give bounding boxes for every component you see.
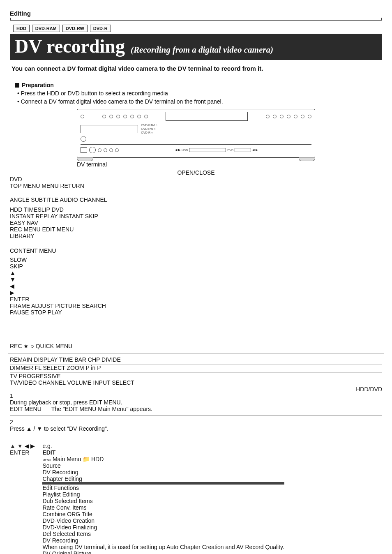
device-small-circle [130, 115, 134, 118]
remote-label-rec-menu: REC MENU [10, 226, 41, 233]
remote-label-return: RETURN [60, 182, 84, 189]
device-small-circle [308, 115, 311, 118]
osd-orig-picture-label: DV Original Picture [42, 550, 91, 554]
remote-button-pause [10, 316, 19, 325]
device-small-circle [287, 115, 291, 118]
badge-hdd: HDD [13, 25, 30, 32]
arrow-right-icon: ▶ [10, 289, 382, 296]
intro-text: You can connect a DV format digital vide… [12, 65, 380, 72]
device-small-circle [102, 115, 106, 118]
steps-panel: 1 During playback or stop, press EDIT ME… [10, 392, 382, 554]
osd-side-header2: Edit Functions [42, 485, 284, 491]
lcd-bar-right [235, 148, 251, 152]
panel-button-icon [104, 148, 107, 152]
remote-caption: HDD/DVD [356, 386, 382, 392]
remote-label-timeslip: TIMESLIP [24, 206, 50, 213]
dv-port-icon [81, 147, 87, 153]
badge-dvd-r: DVD-R [90, 25, 111, 32]
step1-title: During playback or stop, press EDIT MENU… [10, 399, 382, 406]
device-small-circle [144, 115, 148, 118]
device-small-circle [280, 115, 284, 118]
device-front-panel: DVD-RAM ○ DVD-RW ○ DVD-R ○ ◀▶ HDD [77, 109, 315, 158]
square-bullet-icon [15, 83, 19, 88]
osd-main-desc: When using DV terminal, it is used for s… [42, 544, 284, 550]
remote-label-tv: TV [10, 373, 17, 379]
prep-bullet-2: • Connect a DV format digital video came… [17, 98, 375, 105]
header-underline [10, 18, 382, 21]
osd-side-item: Del Selected Items [42, 531, 284, 537]
remote-button-up [10, 189, 382, 196]
step1-icon-block: EDIT MENU [10, 406, 42, 412]
arrow-left-icon: ◀ [25, 443, 29, 449]
step2-title: Press ▲ / ▼ to select "DV Recording". [10, 425, 382, 432]
title-sub: (Recording from a digital video camera) [131, 45, 273, 55]
device-display-panel [166, 112, 248, 121]
remote-label-quick-menu: QUICK MENU [36, 343, 72, 349]
device-foot-icon [299, 157, 315, 161]
badge-dvd-ram: DVD-RAM [32, 25, 60, 32]
device-small-circle [116, 115, 120, 118]
osd-title-edit: EDIT [42, 449, 55, 456]
remote-label-skip: SKIP [10, 263, 23, 270]
device-small-circle [123, 115, 127, 118]
remote-control: OPEN/CLOSE DVD TOP MENU MENU RETURN ANGL… [10, 169, 382, 386]
osd-side-item: DVD-Video Creation [42, 517, 284, 524]
remote-label-frame: FRAME [10, 302, 30, 309]
osd-side-menu: Source DV Recording Chapter Editing Edit… [42, 462, 284, 537]
lcd-dvd-label: DVD [227, 149, 233, 152]
remote-label-instant-skip: INSTANT SKIP [59, 213, 98, 219]
remote-label-pinp: P in P [85, 365, 101, 371]
step2-dpad-icon: ▲ ▼ ◀ ▶ ENTER [10, 443, 35, 456]
title-bar: DV recording (Recording from a digital v… [10, 34, 382, 60]
arrow-down-icon: ▼ [17, 443, 23, 449]
remote-label-hdd: HDD [10, 206, 22, 213]
jog-dial-icon [89, 147, 96, 153]
remote-dpad: ▲ ▼ ◀ ▶ ENTER [10, 270, 382, 302]
remote-label-channel2: CHANNEL [38, 379, 65, 386]
device-small-circle [273, 115, 277, 118]
arrow-up-icon: ▲ [26, 425, 32, 432]
step2-title-post: to select "DV Recording". [44, 425, 108, 432]
device-foot-icon [77, 157, 93, 161]
osd-side-item: DVD-Video Finalizing [42, 524, 284, 531]
section-label: Editing [10, 10, 382, 17]
remote-label-menu: MENU [42, 182, 58, 189]
remote-label-edit-menu: EDIT MENU [42, 226, 74, 233]
arrow-down-icon: ▼ [37, 425, 42, 432]
badge-dvd-rw: DVD-RW [62, 25, 88, 32]
lcd-bar-left [189, 148, 226, 152]
step2-title-pre: Press [10, 425, 26, 432]
osd-side-item: Combine ORG Title [42, 511, 284, 517]
panel-button-icon [115, 148, 119, 152]
remote-label-angle: ANGLE [10, 196, 29, 203]
remote-label-topmenu: TOP MENU [10, 182, 40, 189]
disc-type-leds: DVD-RAM ○ DVD-RW ○ DVD-R ○ [141, 123, 157, 134]
remote-label-rec: REC [10, 343, 22, 349]
remote-label-open-close: OPEN/CLOSE [10, 169, 382, 176]
led-dvdram: DVD-RAM [141, 124, 155, 127]
arrow-up-icon: ▲ [10, 270, 382, 276]
osd-side-header: Source [42, 462, 284, 469]
remote-button-play [10, 334, 19, 343]
osd-side-item: Rate Conv. Items [42, 504, 284, 511]
divider [10, 415, 382, 416]
step1-icon-label: EDIT MENU [10, 406, 42, 412]
arrow-up-icon: ▲ [10, 443, 16, 449]
remote-label-easy-nav: EASY NAV [10, 219, 38, 226]
step2-eg-label: e.g. [42, 443, 284, 449]
remote-button-edit-menu [10, 239, 18, 247]
step-number-2: 2 [10, 419, 382, 425]
step1-body-text: The "EDIT MENU Main Menu" appears. [51, 406, 152, 412]
panel-button-icon [109, 148, 113, 152]
led-dvdr: DVD-R [141, 131, 150, 134]
osd-title-menu: MENU [42, 459, 51, 462]
device-small-circle [109, 115, 113, 118]
remote-label-instant-replay: INSTANT REPLAY [10, 213, 58, 219]
remote-label-content-menu: CONTENT MENU [10, 247, 56, 254]
device-small-circle [266, 115, 270, 118]
remote-label-remain: REMAIN [10, 356, 32, 363]
remote-label-progressive: PROGRESSIVE [19, 373, 61, 379]
step2-osd: EDITMENU Main Menu 📁 HDD Source DV Recor… [42, 449, 284, 554]
osd-side-item: Chapter Editing [42, 476, 284, 482]
remote-label-library: LIBRARY [10, 233, 35, 239]
